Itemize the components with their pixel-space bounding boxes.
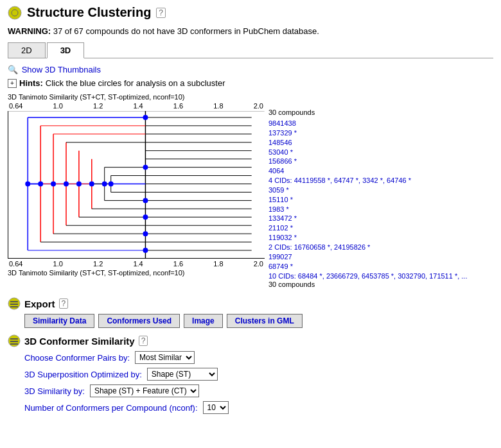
magnifier-icon: 🔍 bbox=[8, 65, 18, 74]
export-help-icon[interactable]: ? bbox=[59, 298, 69, 309]
label-10cids[interactable]: 10 CIDs: 68484 *, 23666729, 6453785 *, 3… bbox=[268, 271, 493, 281]
show-thumbnails-row: 🔍 Show 3D Thumbnails bbox=[8, 65, 493, 74]
option-row-0: Choose Conformer Pairs by: Most Similar … bbox=[24, 351, 493, 364]
svg-rect-72 bbox=[10, 343, 18, 345]
option-label-3: Number of Conformers per Compound (nconf… bbox=[24, 403, 198, 413]
help-icon[interactable]: ? bbox=[156, 8, 166, 18]
export-section-icon bbox=[8, 297, 21, 310]
warning-label: WARNING: bbox=[8, 26, 51, 36]
label-15110[interactable]: 15110 * bbox=[268, 195, 493, 205]
conformer-section: 3D Conformer Similarity ? Choose Conform… bbox=[8, 334, 493, 414]
option-row-2: 3D Similarity by: Shape (ST) + Feature (… bbox=[24, 384, 493, 397]
page-container: Structure Clustering ? WARNING: 37 of 67… bbox=[0, 0, 501, 426]
warning-text: 37 of 67 compounds do not have 3D confor… bbox=[53, 26, 319, 36]
label-133472[interactable]: 133472 * bbox=[268, 214, 493, 223]
image-button[interactable]: Image bbox=[184, 314, 223, 328]
label-9841438[interactable]: 9841438 bbox=[268, 119, 493, 128]
similarity-by-select[interactable]: Shape (ST) + Feature (CT) Shape (ST) Fea… bbox=[90, 384, 199, 397]
hints-text: Click the blue circles for analysis on a… bbox=[46, 78, 225, 88]
conformer-section-icon bbox=[8, 334, 21, 347]
svg-point-53 bbox=[38, 182, 43, 187]
page-title: Structure Clustering bbox=[27, 5, 151, 20]
svg-point-54 bbox=[51, 182, 56, 187]
label-2cids[interactable]: 2 CIDs: 16760658 *, 24195826 * bbox=[268, 243, 493, 252]
svg-point-1 bbox=[12, 10, 18, 16]
compounds-count-bottom: 30 compounds bbox=[268, 280, 493, 288]
conformer-title: 3D Conformer Similarity bbox=[24, 336, 135, 347]
export-header: Export ? bbox=[8, 297, 493, 310]
svg-point-51 bbox=[143, 115, 148, 120]
axis-numbers-top: 0.64 1.0 1.2 1.4 1.6 1.8 2.0 bbox=[8, 102, 265, 110]
option-label-2: 3D Similarity by: bbox=[24, 386, 85, 396]
show-thumbnails-link[interactable]: Show 3D Thumbnails bbox=[22, 65, 101, 74]
label-1983[interactable]: 1983 * bbox=[268, 205, 493, 214]
expand-icon[interactable]: + bbox=[8, 79, 17, 88]
svg-point-63 bbox=[143, 231, 148, 236]
svg-point-60 bbox=[143, 165, 148, 170]
dendro-chart-area: 3D Tanimoto Similarity (ST+CT, ST-optimi… bbox=[8, 93, 265, 291]
conformer-options: Choose Conformer Pairs by: Most Similar … bbox=[24, 351, 493, 414]
title-icon bbox=[8, 6, 22, 20]
label-21102[interactable]: 21102 * bbox=[268, 223, 493, 233]
dendro-labels: 30 compounds 9841438 137329 * 148546 530… bbox=[268, 93, 493, 291]
compounds-count-top: 30 compounds bbox=[268, 108, 493, 116]
label-137329[interactable]: 137329 * bbox=[268, 128, 493, 138]
clusters-gml-button[interactable]: Clusters in GML bbox=[227, 314, 303, 328]
label-148546[interactable]: 148546 bbox=[268, 138, 493, 148]
svg-rect-67 bbox=[10, 304, 18, 305]
dendro-svg bbox=[8, 111, 265, 258]
export-section: Export ? Similarity Data Conformers Used… bbox=[8, 297, 493, 328]
label-68749[interactable]: 68749 * bbox=[268, 262, 493, 271]
tabs-row: 2D 3D bbox=[8, 42, 493, 58]
label-4064[interactable]: 4064 bbox=[268, 166, 493, 176]
title-row: Structure Clustering ? bbox=[8, 5, 493, 20]
label-199027[interactable]: 199027 bbox=[268, 252, 493, 262]
svg-point-55 bbox=[64, 182, 69, 187]
dendro-canvas bbox=[8, 111, 265, 259]
export-buttons: Similarity Data Conformers Used Image Cl… bbox=[24, 314, 493, 328]
option-row-1: 3D Superposition Optimized by: Shape (ST… bbox=[24, 368, 493, 381]
axis-label-top: 3D Tanimoto Similarity (ST+CT, ST-optimi… bbox=[8, 93, 265, 101]
svg-rect-66 bbox=[10, 301, 18, 302]
svg-rect-68 bbox=[10, 306, 18, 307]
label-4cids[interactable]: 4 CIDs: 44119558 *, 64747 *, 3342 *, 647… bbox=[268, 176, 493, 185]
tab-3d[interactable]: 3D bbox=[47, 42, 85, 58]
option-row-3: Number of Conformers per Compound (nconf… bbox=[24, 401, 493, 414]
hints-label: Hints: bbox=[19, 78, 43, 88]
similarity-data-button[interactable]: Similarity Data bbox=[24, 314, 94, 328]
svg-point-52 bbox=[25, 182, 30, 187]
nconf-select[interactable]: 1 2 5 10 20 50 bbox=[203, 401, 229, 414]
svg-point-57 bbox=[89, 182, 94, 187]
warning-bar: WARNING: 37 of 67 compounds do not have … bbox=[8, 26, 493, 36]
svg-point-64 bbox=[143, 248, 148, 253]
label-119032[interactable]: 119032 * bbox=[268, 233, 493, 243]
svg-rect-70 bbox=[10, 338, 18, 340]
conformer-header: 3D Conformer Similarity ? bbox=[8, 334, 493, 347]
option-label-1: 3D Superposition Optimized by: bbox=[24, 370, 142, 379]
axis-numbers-bottom: 0.64 1.0 1.2 1.4 1.6 1.8 2.0 bbox=[8, 260, 265, 268]
superposition-select[interactable]: Shape (ST) Feature (CT) Shape+Feature bbox=[147, 368, 218, 381]
option-label-0: Choose Conformer Pairs by: bbox=[24, 353, 130, 363]
conformers-used-button[interactable]: Conformers Used bbox=[98, 314, 180, 328]
svg-point-61 bbox=[143, 198, 148, 203]
svg-rect-71 bbox=[10, 341, 18, 342]
label-3059[interactable]: 3059 * bbox=[268, 185, 493, 195]
dendro-section: 3D Tanimoto Similarity (ST+CT, ST-optimi… bbox=[8, 93, 493, 291]
axis-label-bottom: 3D Tanimoto Similarity (ST+CT, ST-optimi… bbox=[8, 269, 265, 277]
svg-point-58 bbox=[102, 182, 107, 187]
export-title: Export bbox=[24, 298, 55, 309]
svg-point-59 bbox=[109, 182, 114, 187]
svg-point-56 bbox=[76, 182, 82, 187]
label-53040[interactable]: 53040 * bbox=[268, 148, 493, 157]
tab-2d[interactable]: 2D bbox=[8, 42, 46, 58]
conformer-pairs-select[interactable]: Most Similar All Pairs Random bbox=[135, 351, 195, 364]
label-156866[interactable]: 156866 * bbox=[268, 157, 493, 166]
conformer-help-icon[interactable]: ? bbox=[139, 336, 148, 346]
hints-row: + Hints: Click the blue circles for anal… bbox=[8, 78, 493, 88]
svg-point-62 bbox=[143, 214, 148, 220]
